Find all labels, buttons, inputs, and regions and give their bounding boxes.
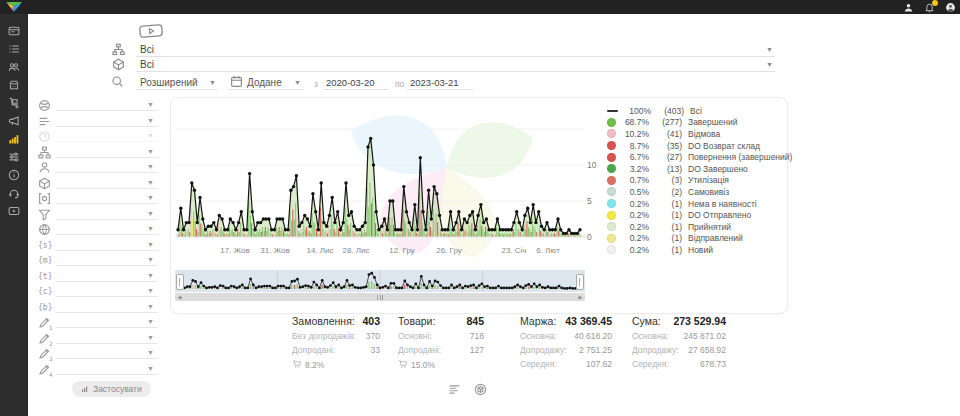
legend-entry[interactable]: 3.2%(13)DO Завершено: [607, 163, 783, 175]
legend-label: Повернення (завершений): [688, 152, 792, 162]
chevron-down-icon[interactable]: ▼: [766, 61, 773, 68]
screen-icon[interactable]: [138, 23, 164, 39]
chevron-down-icon[interactable]: ▼: [147, 365, 154, 372]
legend-dot-swatch: [607, 153, 616, 162]
cube-view-icon[interactable]: [474, 383, 487, 396]
chevron-down-icon[interactable]: ▼: [147, 241, 154, 248]
avatar-icon[interactable]: [945, 2, 956, 13]
stat-subrow: Середня:678.73: [632, 359, 726, 369]
legend-entry[interactable]: 100%(403)Всі: [607, 105, 783, 117]
rail-store-icon[interactable]: [8, 79, 20, 91]
filter-payment-dropdown[interactable]: ▼: [38, 192, 160, 206]
user-icon[interactable]: [903, 2, 914, 13]
rail-supplies-icon[interactable]: [8, 97, 20, 109]
chevron-down-icon[interactable]: ▼: [147, 210, 154, 217]
apply-button[interactable]: Застосувати: [72, 381, 151, 397]
chevron-down-icon[interactable]: ▼: [147, 194, 154, 201]
filter-unknown-dropdown[interactable]: ▼: [38, 130, 160, 144]
products-filter-dropdown[interactable]: [136, 57, 775, 72]
legend-entry[interactable]: 0.5%(2)Самовивіз: [607, 186, 783, 198]
filter-manager-icon: [38, 161, 51, 174]
filter-utm-t-dropdown[interactable]: {t}▼: [38, 270, 160, 284]
legend-entry[interactable]: 6.7%(27)Повернення (завершений): [607, 151, 783, 163]
minimap-right-handle[interactable]: [576, 274, 584, 290]
rail-support-icon[interactable]: [8, 187, 20, 199]
chevron-down-icon[interactable]: ▼: [147, 287, 154, 294]
rail-analytics-icon[interactable]: [8, 133, 20, 145]
list-view-icon[interactable]: [448, 383, 461, 396]
filter-custom-3-icon: 3: [38, 347, 51, 360]
stat-column: Товари:845Основні:718Допродані:12715.0%: [398, 315, 484, 371]
chevron-down-icon[interactable]: ▼: [147, 349, 154, 356]
filter-utm-m-dropdown[interactable]: {m}▼: [38, 254, 160, 268]
chevron-down-icon[interactable]: ▼: [147, 179, 154, 186]
scrollbar-grip[interactable]: [377, 295, 383, 300]
x-tick-label: 12. Гру: [389, 246, 415, 255]
chevron-down-icon[interactable]: ▼: [147, 101, 154, 108]
filter-custom-1-dropdown[interactable]: 1▼: [38, 316, 160, 330]
rail-dashboard-icon[interactable]: [8, 25, 20, 37]
rail-tutorials-icon[interactable]: [8, 205, 20, 217]
chevron-down-icon[interactable]: ▼: [147, 132, 154, 139]
stat-title-label: Сума:: [632, 315, 661, 327]
filter-manager-dropdown[interactable]: ▼: [38, 161, 160, 175]
legend-entry[interactable]: 0.2%(1)Новий: [607, 244, 783, 256]
filter-utm-c-dropdown[interactable]: {c}▼: [38, 285, 160, 299]
rail-settings-icon[interactable]: [8, 151, 20, 163]
rail-marketing-icon[interactable]: [8, 115, 20, 127]
legend-entry[interactable]: 0.2%(1)Прийнятий: [607, 221, 783, 233]
filter-utm-s-dropdown[interactable]: {s}▼: [38, 239, 160, 253]
stat-sub-label: Основні:: [398, 331, 432, 341]
rail-info-icon[interactable]: [8, 169, 20, 181]
stat-sub-value: 15.0%: [411, 360, 435, 370]
filter-custom-4-dropdown[interactable]: 4▼: [38, 363, 160, 377]
statuses-filter-dropdown[interactable]: [136, 42, 775, 57]
legend-count: (2): [649, 187, 682, 197]
chart-scrollbar[interactable]: ◀ ▶: [175, 293, 585, 301]
apply-button-label: Застосувати: [93, 384, 142, 394]
chart-minimap[interactable]: [175, 270, 585, 292]
filter-custom-3-dropdown[interactable]: 3▼: [38, 347, 160, 361]
scroll-left-icon[interactable]: ◀: [175, 293, 184, 301]
rail-orders-icon[interactable]: [8, 43, 20, 55]
date-from-label: з: [314, 79, 318, 89]
app-logo[interactable]: [3, 1, 25, 13]
scroll-right-icon[interactable]: ▶: [576, 293, 585, 301]
cart-icon: [398, 359, 408, 371]
date-to-label: по: [395, 79, 404, 89]
filter-utm-t-underline: [56, 281, 158, 282]
filter-website-dropdown[interactable]: ▼: [38, 223, 160, 237]
statuses-tree-icon: [112, 43, 125, 56]
chevron-down-icon[interactable]: ▼: [147, 272, 154, 279]
chevron-down-icon[interactable]: ▼: [147, 303, 154, 310]
stat-column: Сума:273 529.94Основна:245 871.02Допрода…: [632, 315, 726, 369]
legend-entry[interactable]: 8.7%(35)DO Возврат склад: [607, 140, 783, 152]
filter-utm-b-dropdown[interactable]: {b}▼: [38, 301, 160, 315]
stat-sub-value: 33: [371, 345, 380, 355]
chevron-down-icon[interactable]: ▼: [147, 117, 154, 124]
legend-entry[interactable]: 0.7%(3)Утилізація: [607, 175, 783, 187]
chevron-down-icon[interactable]: ▼: [147, 148, 154, 155]
filter-funnel-dropdown[interactable]: ▼: [38, 208, 160, 222]
minimap-left-handle[interactable]: [176, 274, 184, 290]
rail-customers-icon[interactable]: [8, 61, 20, 73]
search-icon[interactable]: [111, 75, 124, 88]
filter-product-dropdown[interactable]: ▼: [38, 177, 160, 191]
filter-source-dropdown[interactable]: ▼: [38, 99, 160, 113]
legend-entry[interactable]: 10.2%(41)Відмова: [607, 128, 783, 140]
legend-entry[interactable]: 0.2%(1)Відправлений: [607, 233, 783, 245]
chevron-down-icon[interactable]: ▼: [147, 334, 154, 341]
filter-statuses-dropdown[interactable]: ▼: [38, 115, 160, 129]
chevron-down-icon[interactable]: ▼: [147, 225, 154, 232]
chevron-down-icon[interactable]: ▼: [147, 163, 154, 170]
legend-entry[interactable]: 0.2%(1)DO Отправлено: [607, 209, 783, 221]
legend-entry[interactable]: 0.2%(1)Нема в наявності: [607, 198, 783, 210]
filter-custom-2-dropdown[interactable]: 2▼: [38, 332, 160, 346]
notifications-bell-icon[interactable]: [924, 2, 935, 13]
legend-percent: 0.2%: [616, 245, 649, 255]
filter-structure-dropdown[interactable]: ▼: [38, 146, 160, 160]
legend-entry[interactable]: 68.7%(277)Завершений: [607, 117, 783, 129]
chevron-down-icon[interactable]: ▼: [766, 46, 773, 53]
chevron-down-icon[interactable]: ▼: [147, 318, 154, 325]
chevron-down-icon[interactable]: ▼: [147, 256, 154, 263]
